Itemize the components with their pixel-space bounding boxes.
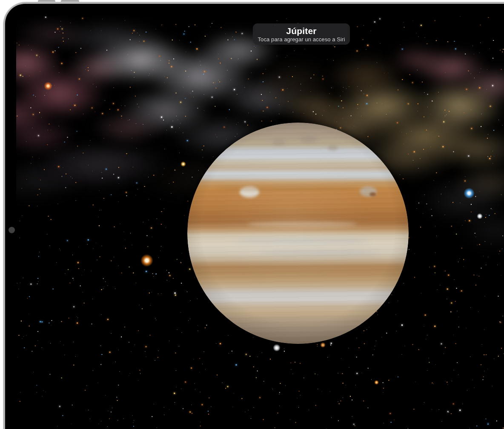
siri-banner-subtitle: Toca para agregar un acceso a Siri: [253, 36, 350, 43]
front-camera-icon: [9, 227, 15, 233]
siri-banner-title: Júpiter: [253, 26, 350, 36]
siri-suggestion-banner[interactable]: Júpiter Toca para agregar un acceso a Si…: [253, 23, 350, 45]
page-background: Júpiter Toca para agregar un acceso a Si…: [0, 0, 504, 429]
ipad-screen: Júpiter Toca para agregar un acceso a Si…: [16, 16, 504, 429]
planet-jupiter[interactable]: [187, 123, 409, 344]
device-frame: Júpiter Toca para agregar un acceso a Si…: [3, 2, 504, 429]
device-bezel: Júpiter Toca para agregar un acceso a Si…: [5, 4, 504, 429]
planet-shading: [187, 123, 409, 344]
